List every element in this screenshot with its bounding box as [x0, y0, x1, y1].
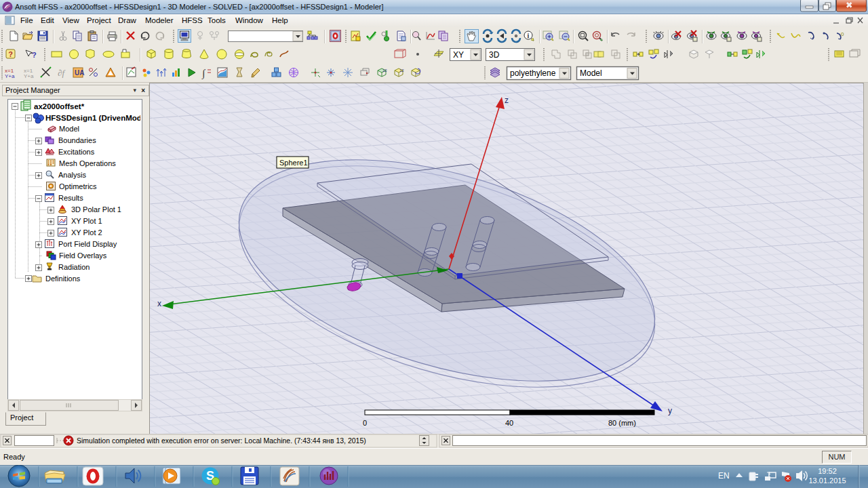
svg-text:40: 40: [505, 419, 513, 427]
svg-text:HFSSDesign1 (DrivenMod: HFSSDesign1 (DrivenMod: [45, 114, 140, 122]
svg-text:80 (mm): 80 (mm): [608, 419, 636, 427]
svg-text:Y+a: Y+a: [24, 73, 34, 79]
svg-text:3D: 3D: [489, 50, 500, 60]
svg-text:Results: Results: [58, 194, 83, 202]
svg-text:y: y: [668, 406, 672, 415]
svg-text:Field Overlays: Field Overlays: [59, 251, 107, 260]
svg-text:Sphere1: Sphere1: [279, 159, 308, 167]
svg-text:Optimetrics: Optimetrics: [59, 182, 97, 190]
svg-text:Boundaries: Boundaries: [58, 136, 96, 144]
svg-text:Definitions: Definitions: [45, 274, 81, 283]
svg-text:13.01.2015: 13.01.2015: [808, 476, 846, 485]
svg-text:XY: XY: [453, 50, 464, 60]
svg-text:Analysis: Analysis: [58, 171, 86, 179]
svg-text:19:52: 19:52: [818, 467, 837, 475]
svg-text:Model: Model: [59, 125, 79, 133]
svg-text:EN: EN: [718, 471, 730, 481]
svg-text:Excitations: Excitations: [58, 148, 95, 156]
svg-text:XY Plot 1: XY Plot 1: [71, 217, 102, 225]
svg-text:x: x: [157, 299, 161, 308]
svg-text:Model: Model: [580, 68, 602, 78]
svg-text:z: z: [505, 96, 509, 105]
svg-text:UA: UA: [75, 69, 84, 77]
svg-text:?: ?: [32, 51, 37, 59]
svg-text:ax2000offset*: ax2000offset*: [34, 102, 85, 110]
svg-text:i: i: [528, 32, 530, 39]
svg-text:0: 0: [363, 419, 367, 427]
svg-text:Y+a: Y+a: [5, 73, 15, 79]
svg-text:Simulation completed with exec: Simulation completed with execution erro…: [77, 436, 366, 445]
svg-text:Mesh Operations: Mesh Operations: [59, 159, 116, 167]
svg-text:12: 12: [382, 68, 387, 73]
svg-text:Radiation: Radiation: [58, 263, 90, 271]
svg-text:Port Field Display: Port Field Display: [58, 240, 117, 248]
svg-text:12: 12: [399, 68, 404, 73]
svg-text:0: 0: [841, 31, 844, 37]
svg-text:polyethylene: polyethylene: [510, 68, 556, 78]
svg-text:3D Polar Plot 1: 3D Polar Plot 1: [71, 205, 121, 214]
svg-text:?: ?: [8, 50, 13, 58]
svg-text:XY Plot 2: XY Plot 2: [71, 228, 102, 237]
